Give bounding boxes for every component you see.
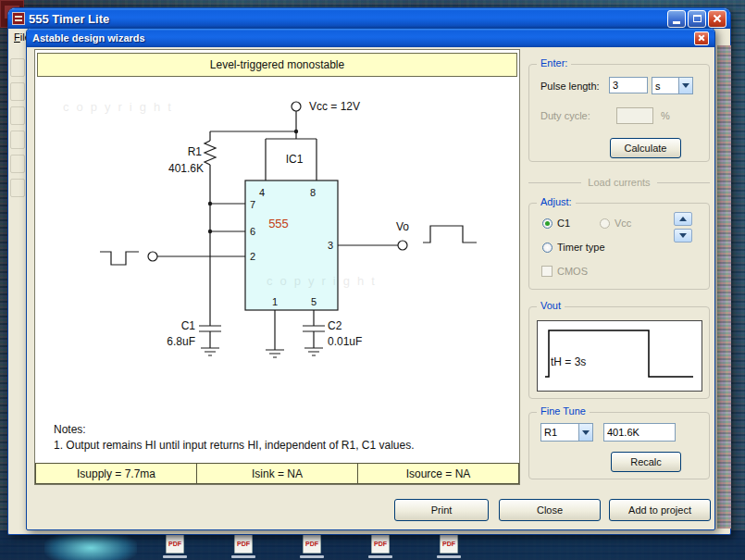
unit-combo-value: s	[652, 81, 678, 92]
pdf-icon-text: PDF	[442, 541, 455, 547]
dialog-titlebar[interactable]: Astable design wizards	[27, 29, 714, 47]
close-button[interactable]: Close	[499, 499, 601, 521]
pin-4-label: 4	[259, 187, 265, 198]
fine-tune-group-title: Fine Tune	[537, 405, 590, 417]
pin-7-label: 7	[250, 199, 255, 210]
pdf-icon-text: PDF	[237, 541, 250, 547]
percent-label: %	[661, 110, 670, 121]
maximize-icon	[693, 15, 702, 22]
wizard-dialog: Astable design wizards Level-triggered m…	[26, 28, 715, 530]
pin-6-label: 6	[250, 226, 255, 237]
th-annotation: tH = 3s	[551, 355, 586, 368]
radio-timer-type[interactable]: Timer type	[542, 242, 605, 253]
fine-tune-group: Fine Tune R1 Recalc	[528, 412, 710, 479]
pdf-file-label	[437, 555, 461, 558]
chevron-down-icon	[679, 233, 687, 238]
load-currents-section: Load currents	[528, 176, 710, 189]
pdf-file-label	[231, 555, 255, 558]
component-combo-dropdown-button[interactable]	[578, 424, 592, 441]
toolbar-button[interactable]	[10, 155, 25, 173]
pdf-file-icon: PDF	[371, 533, 390, 554]
junction-dot	[294, 130, 298, 133]
vcc-terminal	[292, 102, 301, 111]
desktop: PDF PDF PDF PDF PDF 555 Timer Lite File	[0, 0, 745, 560]
pdf-file-label	[300, 555, 324, 558]
schematic-panel: Level-triggered monostable	[34, 49, 520, 485]
radio-c1[interactable]: C1	[542, 218, 570, 229]
vout-waveform: tH = 3s	[538, 321, 702, 391]
close-window-button[interactable]	[708, 10, 726, 28]
desktop-pdf-icon[interactable]: PDF	[159, 533, 191, 558]
toolbar-button[interactable]	[10, 131, 25, 149]
pulse-length-label: Pulse length:	[540, 81, 600, 92]
minimize-icon	[673, 21, 680, 24]
unit-combo-dropdown-button[interactable]	[678, 78, 692, 93]
app-title: 555 Timer Lite	[29, 12, 109, 26]
add-to-project-button[interactable]: Add to project	[609, 499, 711, 521]
pin-1-label: 1	[272, 296, 278, 307]
c1-value-label: 6.8uF	[167, 335, 195, 348]
toolbar-button[interactable]	[10, 106, 25, 125]
desktop-pdf-icon[interactable]: PDF	[228, 533, 259, 558]
pdf-icon-text: PDF	[374, 541, 387, 547]
load-currents-label: Load currents	[581, 177, 656, 188]
pin-2-label: 2	[250, 251, 255, 262]
input-pulse-symbol	[100, 252, 139, 265]
pdf-file-icon: PDF	[234, 533, 253, 554]
component-combo-value: R1	[541, 427, 578, 438]
capacitor-c1-symbol	[199, 326, 221, 348]
pulse-length-input[interactable]	[609, 77, 648, 93]
watermark-text: copyright	[267, 274, 382, 288]
desktop-pdf-icon[interactable]: PDF	[433, 533, 465, 558]
status-cell-isource: Isource = NA	[357, 463, 519, 484]
ground-symbol	[304, 348, 323, 355]
vout-preview: tH = 3s	[537, 320, 702, 392]
desktop-pdf-icon[interactable]: PDF	[296, 533, 328, 558]
status-cell-isupply: Isupply = 7.7ma	[35, 463, 197, 484]
duty-cycle-label: Duty cycle:	[540, 110, 590, 121]
pdf-file-icon: PDF	[303, 533, 321, 554]
close-icon	[698, 34, 705, 42]
chip-label-555: 555	[268, 217, 289, 230]
maximize-button[interactable]	[688, 10, 706, 28]
toolbar-button[interactable]	[10, 179, 25, 197]
app-titlebar[interactable]: 555 Timer Lite	[8, 8, 730, 29]
calculate-button[interactable]: Calculate	[610, 138, 681, 158]
r1-value-label: 401.6K	[168, 162, 204, 175]
pin-5-label: 5	[311, 296, 317, 307]
dialog-close-button[interactable]	[694, 31, 709, 45]
radio-c1-label: C1	[557, 218, 570, 229]
pin-3-label: 3	[328, 240, 333, 251]
radio-vcc-label: Vcc	[615, 218, 631, 229]
minimize-button[interactable]	[667, 10, 686, 28]
radio-c1-circle[interactable]	[542, 218, 553, 229]
cmos-label: CMOS	[557, 266, 588, 277]
left-toolbar	[9, 45, 27, 529]
chevron-up-icon	[679, 217, 687, 221]
unit-combo[interactable]: s	[652, 77, 693, 94]
desktop-pdf-icon[interactable]: PDF	[365, 533, 396, 558]
ground-symbol	[266, 350, 284, 357]
notes-block: Notes: 1. Output remains HI until input …	[54, 422, 415, 454]
c1-name-label: C1	[181, 319, 196, 332]
capacitor-c2-symbol	[303, 326, 325, 348]
fine-tune-value-input[interactable]	[603, 423, 676, 442]
print-button[interactable]: Print	[394, 499, 489, 521]
vout-group: Vout tH = 3s	[528, 306, 710, 399]
input-terminal	[148, 252, 157, 261]
ic-ref-label: IC1	[286, 153, 304, 166]
spin-up-button[interactable]	[674, 212, 692, 226]
close-icon	[713, 14, 722, 23]
pdf-file-label	[368, 555, 392, 558]
c2-value-label: 0.01uF	[328, 335, 362, 348]
radio-vcc: Vcc	[600, 218, 631, 229]
app-icon	[12, 12, 25, 25]
recalc-button[interactable]: Recalc	[611, 452, 681, 472]
toolbar-button[interactable]	[10, 82, 25, 101]
radio-timer-type-circle[interactable]	[542, 243, 553, 253]
watermark-text: copyright	[63, 100, 179, 114]
spin-down-button[interactable]	[674, 229, 692, 243]
component-combo[interactable]: R1	[540, 423, 593, 442]
toolbar-button[interactable]	[10, 58, 25, 77]
adjust-group: Adjust: C1 Vcc Timer type CMOS	[528, 203, 710, 290]
